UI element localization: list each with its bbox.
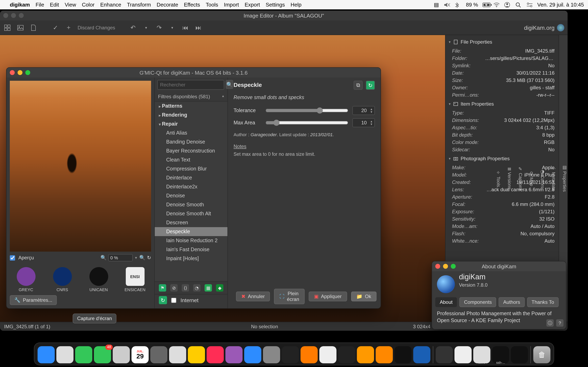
undo-drop-icon[interactable]: ▾ [142,24,150,32]
expand-icon[interactable]: ◆ [216,284,223,292]
undo-icon[interactable]: ↶ [129,24,137,32]
visibility-icon[interactable]: ◔ [193,284,200,292]
dock-app-finder[interactable] [38,346,55,363]
filters-collapse-icon[interactable]: ▴ [222,94,224,100]
fullscreen-button[interactable]: ⛶Plein écran [274,289,305,304]
menu-settings[interactable]: Settings [266,2,285,8]
tolerance-stepper[interactable]: ▲▼ [368,108,374,113]
filter-item[interactable]: Denoise [155,191,227,200]
menu-tools[interactable]: Tools [206,2,218,8]
dock-app-preview[interactable] [169,346,186,363]
filter-category[interactable]: Patterns [155,101,227,110]
menu-export[interactable]: Export [245,2,260,8]
dock-app-krita[interactable] [357,346,374,363]
photo-properties-header[interactable]: ▾Photograph Properties [445,153,559,164]
skip-back-icon[interactable]: ⏮ [181,24,190,32]
about-tab-thanks-to[interactable]: Thanks To [527,297,559,307]
about-tab-about[interactable]: About [435,297,457,307]
side-tab-captions[interactable]: ✎ Captions [518,166,523,191]
maxarea-value[interactable] [353,119,368,127]
update-icon[interactable]: ↻ [159,296,167,304]
redo-icon[interactable]: ↷ [155,24,163,32]
tolerance-slider[interactable] [265,107,348,114]
menu-edit[interactable]: Edit [50,2,59,8]
zoom-dropdown-icon[interactable]: ▼ [134,256,138,259]
preview-checkbox[interactable] [10,255,15,260]
menu-help[interactable]: Help [291,2,302,8]
apply-button[interactable]: ▣Appliquer [309,292,347,301]
sponsor-logo[interactable]: GREYC [10,267,42,292]
user-icon[interactable] [504,2,511,8]
delete-icon[interactable]: ▦ [205,284,212,292]
dock-app-virtualbox[interactable] [413,346,430,363]
thumbnails-icon[interactable] [3,24,11,32]
item-properties-header[interactable]: ▾Item Properties [445,99,559,109]
redo-drop-icon[interactable]: ▾ [168,24,176,32]
menubar-app-name[interactable]: digikam [10,2,30,8]
zoom-reset-icon[interactable]: ↻ [147,255,151,261]
menu-effects[interactable]: Effects [184,2,200,8]
filter-tree[interactable]: PatternsRenderingRepairAnti AliasBanding… [155,101,227,281]
cancel-button[interactable]: ✖Annuler [236,292,270,301]
about-tab-components[interactable]: Components [459,297,496,307]
about-window-controls[interactable] [435,264,456,269]
dock-app-textedit[interactable] [319,346,337,363]
apply-icon[interactable]: ✓ [52,24,60,32]
filter-item[interactable]: Clean Text [155,155,227,164]
dock-app-r3[interactable]: MKV [473,346,490,363]
dock[interactable]: 48JUIL.29MKVssh-...🗑 [34,342,554,365]
filter-item[interactable]: Inpaint [Holes] [155,254,227,263]
side-tab-properties[interactable]: ▤ Properties [562,165,568,192]
dock-app-calculator[interactable] [150,346,167,363]
dock-app-calendar[interactable]: JUIL.29 [131,346,149,363]
filter-item[interactable]: Denoise Smooth [155,200,227,209]
filter-item[interactable]: Deinterlace2x [155,182,227,191]
about-info-icon[interactable]: ⓘ [546,319,554,327]
discard-changes-btn[interactable]: Discard Changes [78,25,115,30]
view-code-icon[interactable]: ⟨⟩ [182,284,189,292]
filter-category[interactable]: Rendering [155,110,227,119]
disk-icon[interactable]: ▤ [433,2,440,8]
window-controls[interactable] [3,13,24,18]
zoom-input[interactable] [108,254,133,261]
filter-category[interactable]: Repair [155,119,227,128]
side-tab-map[interactable]: ⚲ Map [529,171,535,186]
tag-remove-icon[interactable]: ⊘ [170,284,178,292]
dock-app-obs[interactable] [394,346,412,363]
menu-transform[interactable]: Transform [127,2,151,8]
image-icon[interactable] [16,24,25,32]
filter-item[interactable]: Iain Noise Reduction 2 [155,236,227,245]
dock-app-r2[interactable] [454,346,472,363]
about-tab-authors[interactable]: Authors [499,297,525,307]
sponsor-logo[interactable]: UNICAEN [82,267,115,292]
dock-app-vlc[interactable] [376,346,393,363]
about-help-icon[interactable]: ? [556,319,563,327]
dock-app-digikam[interactable] [338,346,355,363]
tolerance-value[interactable] [353,106,368,115]
filter-item[interactable]: Despeckle [155,227,227,236]
control-center-icon[interactable] [526,2,533,7]
gmic-window-controls[interactable] [10,70,30,75]
dock-app-messages[interactable] [75,346,92,363]
dock-app-notes[interactable] [188,346,205,363]
sponsor-logo[interactable]: ENSIENSICAEN [119,267,151,292]
dock-app-r5[interactable] [511,346,528,363]
dock-app-r4[interactable]: ssh-... [492,346,509,363]
filter-item[interactable]: Compression Blur [155,164,227,173]
brand-link[interactable]: digiKam.org [524,24,564,31]
file-properties-header[interactable]: ▾File Properties [445,37,559,47]
dock-app-podcasts[interactable] [225,346,242,363]
reset-params-icon[interactable]: ↻ [366,81,375,90]
dock-app-launchpad[interactable] [56,346,73,363]
bluetooth-icon[interactable] [455,2,462,8]
maxarea-slider[interactable] [265,119,348,126]
side-tab-colors[interactable]: ◑ Colors [540,169,545,188]
fave-add-icon[interactable]: ⚑ [159,284,166,292]
filter-item[interactable]: Bayer Reconstruction [155,146,227,155]
menu-file[interactable]: File [35,2,44,8]
skip-fwd-icon[interactable]: ⏭ [194,24,203,32]
side-tab-versions[interactable]: ≣ Versions [507,167,512,190]
filter-item[interactable]: Iain's Fast Denoise [155,245,227,254]
ok-button[interactable]: 📁Ok [351,292,376,301]
battery-icon[interactable] [482,2,489,7]
